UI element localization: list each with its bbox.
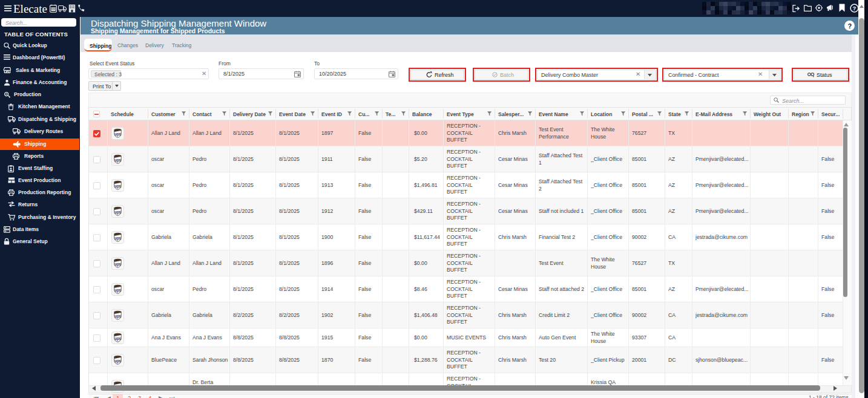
svg-text:ups: ups bbox=[114, 262, 121, 267]
svg-text:ups: ups bbox=[114, 184, 121, 189]
svg-text:ups: ups bbox=[114, 359, 121, 364]
svg-text:?: ? bbox=[853, 5, 856, 11]
svg-text:ups: ups bbox=[114, 288, 121, 293]
svg-text:ups: ups bbox=[114, 314, 121, 319]
svg-text:ups: ups bbox=[114, 236, 121, 241]
svg-text:ups: ups bbox=[114, 210, 121, 215]
svg-text:ups: ups bbox=[114, 336, 121, 341]
svg-text:ups: ups bbox=[114, 132, 121, 137]
svg-text:ups: ups bbox=[114, 158, 121, 163]
